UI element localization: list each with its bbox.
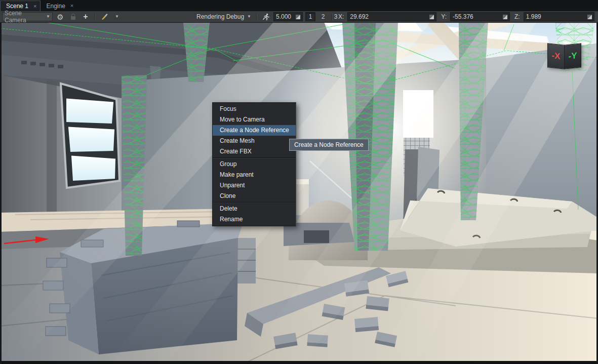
drag-handle-icon[interactable] <box>296 15 300 19</box>
axis-gizmo-cube[interactable]: -X -Y <box>547 41 581 72</box>
lock-icon <box>71 16 75 20</box>
layer-button-2-label: 2 <box>322 13 325 20</box>
coord-y-value: -55.376 <box>453 13 501 20</box>
camera-select[interactable]: Scene Camera ▼ <box>2 12 53 21</box>
editor-window: Scene 1 × Engine × Scene Camera ▼ ⚙ + <box>0 0 598 364</box>
toolbar-separator <box>95 13 95 21</box>
coord-z-input[interactable]: 1.989 <box>524 12 594 21</box>
coord-y-input[interactable]: -55.376 <box>450 12 510 21</box>
tooltip: Create a Node Reference <box>289 139 369 151</box>
layer-button-2[interactable]: 2 <box>318 12 328 21</box>
axis-gizmo-face-neg-y[interactable]: -Y <box>564 43 581 69</box>
viewport-toolbar: Scene Camera ▼ ⚙ + ▼ <box>0 11 598 23</box>
drag-handle-icon[interactable] <box>587 15 592 19</box>
toolbar-coords-group: X: 29.692 Y: -55.376 Z: 1.989 <box>330 11 594 22</box>
brush-icon <box>100 13 108 21</box>
tab-scene-1-label: Scene 1 <box>6 3 28 10</box>
toolbar-separator <box>332 13 332 21</box>
display-options-button[interactable] <box>99 12 109 22</box>
axis-gizmo-face-neg-x[interactable]: -X <box>547 43 565 69</box>
display-options-dropdown[interactable]: ▼ <box>112 12 122 22</box>
camera-settings-button[interactable]: ⚙ <box>55 12 65 22</box>
close-icon[interactable]: × <box>70 3 73 9</box>
coord-x-input[interactable]: 29.692 <box>347 12 436 21</box>
menu-item-create-mesh[interactable]: Create Mesh <box>213 136 296 146</box>
toolbar-separator <box>256 13 257 21</box>
drag-handle-icon[interactable] <box>503 15 507 19</box>
render-mode-select[interactable]: Rendering Debug ▼ <box>195 12 252 21</box>
move-tool-button[interactable]: + <box>81 12 91 22</box>
menu-item-group[interactable]: Group <box>213 159 296 170</box>
gear-icon: ⚙ <box>57 13 63 21</box>
render-mode-value: Rendering Debug <box>196 13 244 20</box>
menu-separator <box>213 202 296 203</box>
layer-button-1[interactable]: 1 <box>305 12 315 21</box>
move-icon: + <box>83 13 88 20</box>
menu-item-delete[interactable]: Delete <box>213 204 296 214</box>
coord-z-value: 1.989 <box>526 13 585 20</box>
toolbar-middle-group: Rendering Debug ▼ 5.000 1 2 <box>195 11 341 22</box>
lock-button[interactable] <box>68 12 78 22</box>
menu-item-unparent[interactable]: Unparent <box>213 180 296 191</box>
chevron-down-icon: ▼ <box>115 15 119 19</box>
chevron-down-icon: ▼ <box>46 15 50 19</box>
menu-item-rename[interactable]: Rename <box>213 214 296 225</box>
camera-select-value: Scene Camera <box>5 10 43 24</box>
layer-button-1-label: 1 <box>309 13 312 20</box>
tab-engine-label: Engine <box>46 3 65 10</box>
context-menu: Focus Move to Camera Create a Node Refer… <box>212 102 296 226</box>
chevron-down-icon: ▼ <box>247 15 251 19</box>
menu-item-focus[interactable]: Focus <box>213 104 296 114</box>
coord-y-label: Y: <box>441 13 447 20</box>
viewport-3d[interactable]: -X -Y Focus Move to Camera Create a Node… <box>0 22 598 364</box>
drag-handle-icon[interactable] <box>429 15 434 19</box>
tab-bar: Scene 1 × Engine × <box>0 0 598 12</box>
axis-neg-x-label: -X <box>552 51 561 62</box>
camera-speed-button[interactable] <box>261 12 271 22</box>
axis-neg-y-label: -Y <box>569 51 577 62</box>
runner-icon <box>262 13 270 21</box>
left-window <box>61 84 119 188</box>
viewport-3d-scene[interactable] <box>0 22 598 364</box>
camera-speed-value: 5.000 <box>276 13 294 20</box>
menu-separator <box>213 157 296 158</box>
menu-item-create-a-node-reference[interactable]: Create a Node Reference <box>213 125 296 136</box>
coord-x-label: X: <box>338 13 344 20</box>
close-icon[interactable]: × <box>33 4 36 9</box>
camera-speed-input[interactable]: 5.000 <box>273 12 303 21</box>
menu-item-move-to-camera[interactable]: Move to Camera <box>213 114 296 125</box>
coord-z-label: Z: <box>514 13 520 20</box>
menu-item-make-parent[interactable]: Make parent <box>213 170 296 180</box>
coord-x-value: 29.692 <box>350 13 427 20</box>
menu-item-create-fbx[interactable]: Create FBX <box>213 146 296 157</box>
tab-engine[interactable]: Engine × <box>41 1 77 11</box>
menu-item-clone[interactable]: Clone <box>213 191 296 201</box>
toolbar-left-group: Scene Camera ▼ ⚙ + ▼ <box>2 11 122 22</box>
